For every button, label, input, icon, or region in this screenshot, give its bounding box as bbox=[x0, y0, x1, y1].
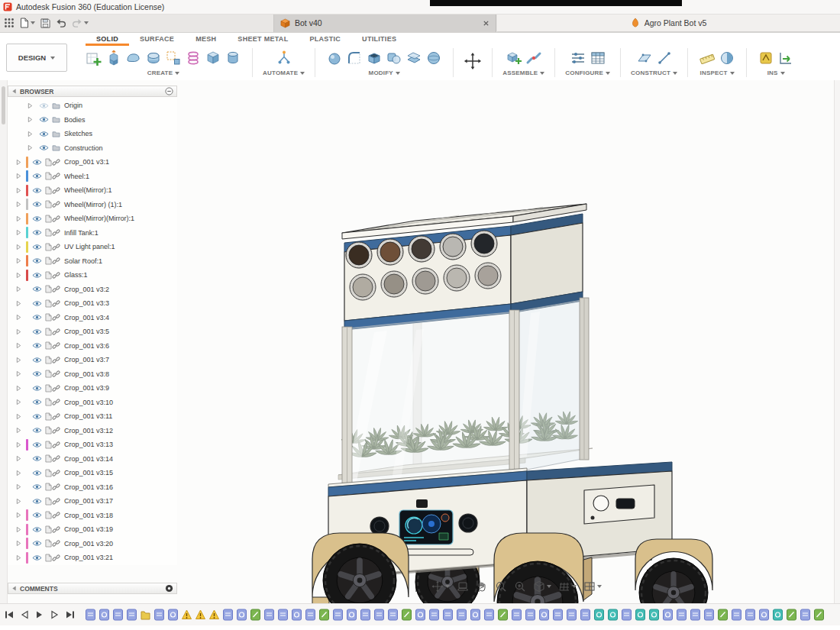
doc-tab-bot-v40[interactable]: Bot v40 bbox=[273, 14, 496, 32]
comments-toggle-icon[interactable] bbox=[165, 584, 173, 593]
visibility-eye-icon[interactable] bbox=[31, 427, 43, 434]
browser-item-crop-001-v3-8[interactable]: Crop_001 v3:8 bbox=[8, 367, 177, 382]
ribbon-tab-utilities[interactable]: UTILITIES bbox=[351, 32, 407, 46]
form-tool[interactable] bbox=[124, 49, 143, 67]
timeline-feature-op[interactable] bbox=[127, 609, 137, 621]
coil-tool[interactable] bbox=[184, 49, 202, 67]
browser-item-sketches[interactable]: Sketches bbox=[8, 127, 177, 141]
design-workspace-selector[interactable]: DESIGN bbox=[6, 44, 67, 72]
timeline-feature-op[interactable] bbox=[690, 609, 700, 621]
browser-item-infill-tank-1[interactable]: Infill Tank:1 bbox=[8, 226, 177, 241]
timeline-feature-op[interactable] bbox=[745, 609, 755, 621]
timeline-feature-green[interactable] bbox=[787, 609, 796, 621]
model-agro-plant-bot[interactable] bbox=[302, 176, 729, 603]
timeline-feature-warn[interactable] bbox=[195, 609, 205, 621]
ribbon-tab-mesh[interactable]: MESH bbox=[185, 32, 227, 46]
browser-item-construction[interactable]: Construction bbox=[8, 141, 177, 156]
visibility-eye-icon[interactable] bbox=[31, 526, 43, 533]
timeline-feature-teal[interactable] bbox=[649, 609, 659, 621]
section-analysis-tool[interactable] bbox=[718, 49, 736, 67]
shell-tool[interactable] bbox=[365, 49, 383, 67]
timeline-feature-opc[interactable] bbox=[99, 609, 109, 621]
primitive-cylinder-tool[interactable] bbox=[224, 49, 242, 67]
timeline-feature-warn[interactable] bbox=[209, 609, 219, 621]
browser-item-crop-001-v3-9[interactable]: Crop_001 v3:9 bbox=[8, 381, 177, 396]
timeline-feature-op[interactable] bbox=[360, 609, 370, 621]
timeline-feature-op[interactable] bbox=[512, 609, 522, 621]
timeline-feature-op[interactable] bbox=[154, 609, 164, 621]
timeline-feature-green[interactable] bbox=[814, 609, 824, 621]
visibility-eye-icon[interactable] bbox=[31, 229, 43, 236]
right-scrollbar[interactable] bbox=[834, 80, 840, 603]
visibility-eye-icon[interactable] bbox=[31, 187, 43, 194]
timeline-feature-opc[interactable] bbox=[292, 609, 302, 621]
collapse-circle-icon[interactable] bbox=[165, 87, 173, 95]
timeline-feature-opc[interactable] bbox=[539, 609, 549, 621]
visibility-eye-icon[interactable] bbox=[31, 328, 43, 335]
browser-item-uv-light-panel-1[interactable]: UV Light panel:1 bbox=[8, 240, 177, 254]
timeline-feature-op[interactable] bbox=[223, 609, 233, 621]
timeline-feature-green[interactable] bbox=[319, 609, 329, 621]
timeline-feature-op[interactable] bbox=[264, 609, 274, 621]
browser-item-crop-001-v3-16[interactable]: Crop_001 v3:16 bbox=[8, 480, 177, 495]
browser-item-solar-roof-1[interactable]: Solar Roof:1 bbox=[8, 254, 177, 269]
timeline-track[interactable] bbox=[86, 608, 838, 622]
browser-item-crop-001-v3-14[interactable]: Crop_001 v3:14 bbox=[8, 452, 177, 467]
joint-tool[interactable] bbox=[525, 49, 543, 67]
timeline-feature-op[interactable] bbox=[732, 609, 741, 621]
browser-item-wheel-mirror-1-1[interactable]: Wheel(Mirror) (1):1 bbox=[8, 198, 177, 212]
step-forward-button[interactable] bbox=[48, 608, 61, 621]
timeline-feature-opc[interactable] bbox=[470, 609, 480, 621]
visibility-eye-icon[interactable] bbox=[31, 286, 43, 292]
ribbon-tab-sheet-metal[interactable]: SHEET METAL bbox=[227, 32, 299, 46]
glass-enclosure[interactable] bbox=[342, 298, 589, 487]
timeline-feature-opc[interactable] bbox=[168, 609, 178, 621]
timeline-feature-green[interactable] bbox=[402, 609, 412, 621]
visibility-eye-icon[interactable] bbox=[31, 554, 43, 561]
timeline-feature-opc[interactable] bbox=[415, 609, 425, 621]
configuration-tool[interactable] bbox=[569, 49, 587, 67]
config-table-tool[interactable] bbox=[589, 49, 607, 67]
visibility-eye-icon[interactable] bbox=[31, 370, 43, 377]
left-scrollbar[interactable] bbox=[0, 80, 8, 603]
ribbon-tab-surface[interactable]: SURFACE bbox=[129, 32, 185, 46]
visibility-eye-icon[interactable] bbox=[38, 116, 50, 123]
timeline-feature-op[interactable] bbox=[704, 609, 714, 621]
dashboard-screen[interactable] bbox=[399, 510, 453, 544]
visibility-eye-icon[interactable] bbox=[31, 455, 43, 462]
look-at-button[interactable] bbox=[457, 580, 469, 593]
timeline-feature-teal[interactable] bbox=[608, 609, 618, 621]
browser-item-crop-001-v3-21[interactable]: Crop_001 v3:21 bbox=[8, 551, 177, 565]
browser-item-origin[interactable]: Origin bbox=[8, 99, 177, 113]
timeline-feature-op[interactable] bbox=[622, 609, 632, 621]
timeline-feature-op[interactable] bbox=[333, 609, 343, 621]
visibility-eye-icon[interactable] bbox=[31, 173, 43, 179]
browser-item-crop-001-v3-18[interactable]: Crop_001 v3:18 bbox=[8, 509, 177, 523]
comments-header[interactable]: COMMENTS bbox=[8, 583, 177, 594]
undo-button[interactable] bbox=[56, 16, 66, 30]
browser-item-crop-001-v3-7[interactable]: Crop_001 v3:7 bbox=[8, 353, 177, 367]
model-viewport[interactable]: BROWSER OriginBodiesSketchesConstruction… bbox=[0, 80, 840, 603]
timeline-feature-teal[interactable] bbox=[594, 609, 604, 621]
timeline-feature-op[interactable] bbox=[388, 609, 398, 621]
timeline-feature-op[interactable] bbox=[278, 609, 288, 621]
doc-tab-agro-plant-bot[interactable]: Agro Plant Bot v5 bbox=[497, 14, 840, 32]
play-forward-button[interactable] bbox=[33, 608, 46, 621]
timeline-feature-op[interactable] bbox=[580, 609, 590, 621]
visibility-eye-icon[interactable] bbox=[31, 385, 43, 392]
timeline-feature-warn[interactable] bbox=[182, 609, 192, 621]
close-tab-icon[interactable] bbox=[483, 20, 489, 27]
move-cross-tool[interactable] bbox=[464, 52, 482, 70]
timeline-feature-op[interactable] bbox=[86, 609, 95, 621]
browser-item-crop-001-v3-4[interactable]: Crop_001 v3:4 bbox=[8, 311, 177, 325]
timeline-feature-op[interactable] bbox=[443, 609, 453, 621]
combine-tool[interactable] bbox=[385, 49, 403, 67]
visibility-eye-icon[interactable] bbox=[31, 441, 43, 448]
rear-right-wheel[interactable] bbox=[639, 558, 708, 603]
app-grid-button[interactable] bbox=[4, 16, 15, 30]
timeline-feature-green[interactable] bbox=[498, 609, 508, 621]
visibility-eye-icon[interactable] bbox=[31, 512, 43, 519]
visibility-eye-icon[interactable] bbox=[31, 342, 43, 349]
orbit-button[interactable] bbox=[431, 580, 450, 593]
browser-item-bodies[interactable]: Bodies bbox=[8, 113, 177, 128]
